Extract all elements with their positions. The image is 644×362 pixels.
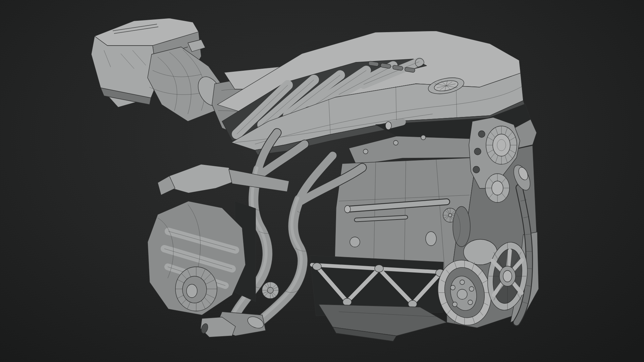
head-bolt [421, 135, 426, 140]
block-boss [426, 232, 436, 246]
block-boss [350, 237, 360, 247]
head-bolt [363, 149, 368, 154]
head-bolt [393, 140, 398, 145]
gearbox-pulley [175, 267, 217, 311]
cam-pulley [486, 126, 517, 164]
idler-pulley [485, 174, 509, 202]
water-pump-housing [453, 206, 470, 247]
render-viewport[interactable] [0, 0, 644, 362]
finned-flange [262, 282, 279, 299]
engine-render [0, 0, 644, 362]
